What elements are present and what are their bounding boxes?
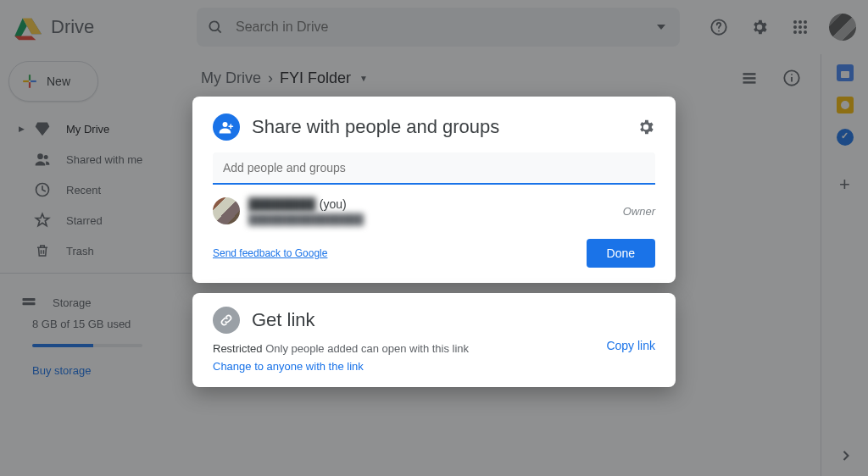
change-access-link[interactable]: Change to anyone with the link xyxy=(213,360,364,373)
person-add-icon xyxy=(213,113,240,141)
you-suffix: (you) xyxy=(320,197,347,211)
person-name: ████████ xyxy=(248,197,315,211)
copy-link-button[interactable]: Copy link xyxy=(606,339,655,352)
share-dialog-title: Share with people and groups xyxy=(252,116,625,138)
done-button[interactable]: Done xyxy=(587,239,655,268)
link-icon xyxy=(213,307,240,334)
person-email: ████████████████ xyxy=(248,213,615,225)
add-people-input[interactable] xyxy=(213,152,655,185)
getlink-desc-text: Only people added can open with this lin… xyxy=(265,342,469,355)
share-dialog: Share with people and groups ████████ (y… xyxy=(192,97,676,283)
getlink-mode: Restricted xyxy=(213,342,263,355)
getlink-description: Restricted Only people added can open wi… xyxy=(213,342,606,355)
person-avatar xyxy=(213,197,240,224)
person-row: ████████ (you) ████████████████ Owner xyxy=(213,196,655,225)
getlink-dialog: Get link Restricted Only people added ca… xyxy=(192,293,676,387)
getlink-title: Get link xyxy=(252,309,655,331)
share-settings-icon[interactable] xyxy=(637,118,655,136)
person-role: Owner xyxy=(623,205,655,218)
modal-overlay: Share with people and groups ████████ (y… xyxy=(0,0,868,476)
send-feedback-link[interactable]: Send feedback to Google xyxy=(213,247,327,259)
svg-point-24 xyxy=(223,122,228,127)
